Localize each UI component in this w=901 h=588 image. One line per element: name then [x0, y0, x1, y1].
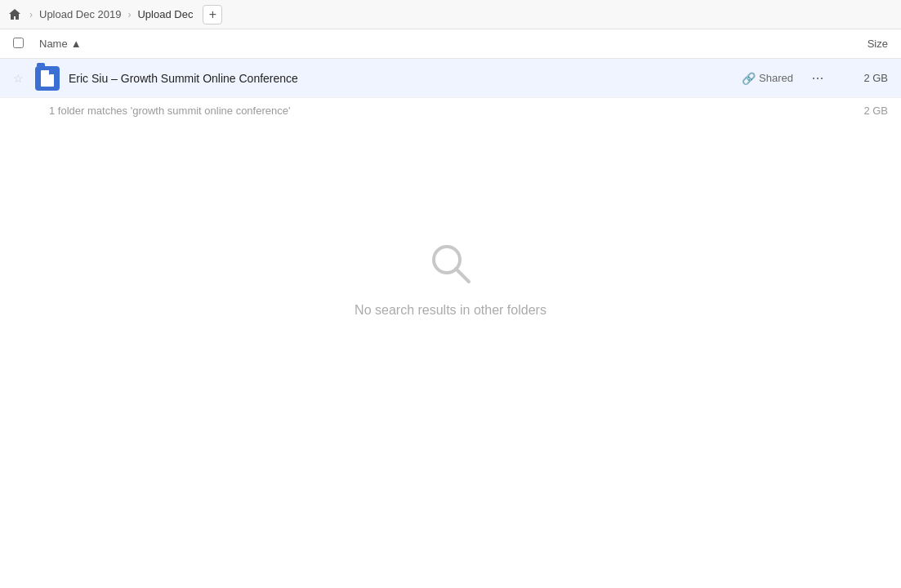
size-label: Size	[868, 38, 888, 50]
size-column-header[interactable]: Size	[823, 38, 888, 50]
shared-badge: 🔗 Shared	[742, 72, 793, 85]
name-label: Name	[39, 38, 68, 50]
breadcrumb-upload-dec[interactable]: Upload Dec	[134, 7, 196, 22]
column-header-row: Name ▲ Size	[0, 29, 901, 59]
folder-icon	[35, 66, 60, 91]
checkbox-input[interactable]	[13, 38, 24, 48]
name-column-header[interactable]: Name ▲	[39, 38, 823, 50]
breadcrumb-bar: › Upload Dec 2019 › Upload Dec +	[0, 0, 901, 29]
breadcrumb-chevron-2: ›	[127, 9, 131, 20]
breadcrumb-upload-dec-2019[interactable]: Upload Dec 2019	[36, 7, 124, 22]
link-icon: 🔗	[742, 72, 756, 85]
home-button[interactable]	[7, 7, 23, 23]
file-size: 2 GB	[839, 72, 888, 84]
empty-search-icon	[425, 238, 477, 290]
match-info-row: 1 folder matches 'growth summit online c…	[0, 98, 901, 123]
star-icon[interactable]: ☆	[13, 72, 29, 85]
sort-indicator: ▲	[71, 38, 82, 50]
folder-icon-wrapper	[34, 65, 60, 91]
breadcrumb-chevron-1: ›	[29, 9, 33, 20]
file-row[interactable]: ☆ Eric Siu – Growth Summit Online Confer…	[0, 59, 901, 98]
svg-line-1	[456, 269, 469, 282]
file-name: Eric Siu – Growth Summit Online Conferen…	[69, 72, 742, 85]
more-options-button[interactable]: ···	[806, 67, 829, 90]
match-size: 2 GB	[863, 105, 888, 117]
match-text: 1 folder matches 'growth summit online c…	[49, 105, 290, 117]
add-tab-button[interactable]: +	[203, 5, 222, 24]
select-all-checkbox[interactable]	[13, 38, 33, 51]
empty-message: No search results in other folders	[355, 303, 546, 318]
doc-icon	[41, 70, 54, 87]
shared-label: Shared	[759, 72, 793, 84]
empty-state: No search results in other folders	[0, 238, 901, 318]
